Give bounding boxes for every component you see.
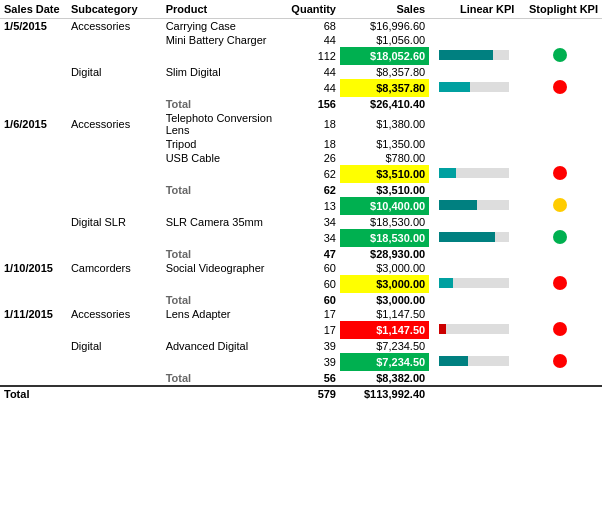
header-product: Product — [162, 0, 279, 19]
cell-linear-kpi — [429, 215, 518, 229]
cell-product: SLR Camera 35mm — [162, 215, 279, 229]
cell-product — [162, 229, 279, 247]
cell-product: Tripod — [162, 137, 279, 151]
cell-subcategory — [67, 371, 162, 386]
cell-date — [0, 371, 67, 386]
cell-linear-kpi — [429, 229, 518, 247]
kpi-bar — [439, 356, 468, 366]
cell-stoplight-kpi — [518, 151, 602, 165]
cell-quantity: 34 — [279, 215, 340, 229]
cell-date — [0, 215, 67, 229]
cell-subcategory — [67, 79, 162, 97]
cell-product — [162, 275, 279, 293]
cell-product — [162, 321, 279, 339]
header-subcategory: Subcategory — [67, 0, 162, 19]
cell-subcategory — [67, 47, 162, 65]
stoplight-circle — [553, 198, 567, 212]
cell-sales: $1,147.50 — [340, 321, 429, 339]
cell-product — [162, 353, 279, 371]
cell-stoplight-kpi — [518, 261, 602, 275]
cell-product — [162, 165, 279, 183]
cell-linear-kpi — [429, 247, 518, 261]
cell-product: Mini Battery Charger — [162, 33, 279, 47]
cell-date — [0, 65, 67, 79]
cell-stoplight-kpi — [518, 371, 602, 386]
grand-total-sales: $113,992.40 — [340, 386, 429, 401]
cell-date — [0, 47, 67, 65]
kpi-bar — [439, 50, 494, 60]
header-stoplight-kpi: Stoplight KPI — [518, 0, 602, 19]
cell-subcategory — [67, 247, 162, 261]
cell-sales: $1,056.00 — [340, 33, 429, 47]
cell-date — [0, 293, 67, 307]
grand-total-kpi — [429, 386, 518, 401]
cell-date — [0, 247, 67, 261]
cell-date — [0, 275, 67, 293]
stoplight-circle — [553, 354, 567, 368]
kpi-bar-container — [439, 356, 509, 366]
cell-product: Lens Adapter — [162, 307, 279, 321]
cell-subcategory — [67, 33, 162, 47]
kpi-bar-container — [439, 324, 509, 334]
stoplight-circle — [553, 230, 567, 244]
cell-quantity: 68 — [279, 19, 340, 34]
cell-date: 1/5/2015 — [0, 19, 67, 34]
grand-total-qty: 579 — [279, 386, 340, 401]
grand-total-empty-2 — [162, 386, 279, 401]
cell-subcategory: Digital SLR — [67, 215, 162, 229]
table-row: Total60$3,000.00 — [0, 293, 602, 307]
cell-subcategory — [67, 275, 162, 293]
cell-subcategory: Accessories — [67, 307, 162, 321]
cell-stoplight-kpi — [518, 19, 602, 34]
cell-subcategory — [67, 197, 162, 215]
cell-sales: $3,000.00 — [340, 293, 429, 307]
report-table-container: Sales Date Subcategory Product Quantity … — [0, 0, 602, 401]
cell-date: 1/11/2015 — [0, 307, 67, 321]
cell-product: Slim Digital — [162, 65, 279, 79]
grand-total-label: Total — [0, 386, 67, 401]
cell-quantity: 13 — [279, 197, 340, 215]
cell-quantity: 18 — [279, 137, 340, 151]
cell-subcategory — [67, 353, 162, 371]
cell-sales: $3,000.00 — [340, 261, 429, 275]
table-row: 60$3,000.00 — [0, 275, 602, 293]
cell-subcategory: Accessories — [67, 111, 162, 137]
cell-quantity: 44 — [279, 65, 340, 79]
table-row: 44$8,357.80 — [0, 79, 602, 97]
cell-sales: $1,380.00 — [340, 111, 429, 137]
table-row: Tripod18$1,350.00 — [0, 137, 602, 151]
cell-linear-kpi — [429, 275, 518, 293]
cell-product — [162, 197, 279, 215]
kpi-bar — [439, 278, 453, 288]
cell-stoplight-kpi — [518, 79, 602, 97]
table-row: DigitalAdvanced Digital39$7,234.50 — [0, 339, 602, 353]
table-row: Total156$26,410.40 — [0, 97, 602, 111]
cell-sales: $18,530.00 — [340, 215, 429, 229]
table-row: Total56$8,382.00 — [0, 371, 602, 386]
cell-date — [0, 97, 67, 111]
cell-subcategory — [67, 151, 162, 165]
cell-quantity: 44 — [279, 33, 340, 47]
table-row: 17$1,147.50 — [0, 321, 602, 339]
cell-date — [0, 321, 67, 339]
kpi-bar-container — [439, 232, 509, 242]
cell-quantity: 18 — [279, 111, 340, 137]
table-row: 1/6/2015AccessoriesTelephoto Conversion … — [0, 111, 602, 137]
cell-product — [162, 79, 279, 97]
cell-date: 1/6/2015 — [0, 111, 67, 137]
cell-date — [0, 229, 67, 247]
cell-sales: $16,996.60 — [340, 19, 429, 34]
table-row: DigitalSlim Digital44$8,357.80 — [0, 65, 602, 79]
cell-subcategory — [67, 165, 162, 183]
cell-date — [0, 165, 67, 183]
cell-product: Total — [162, 183, 279, 197]
cell-linear-kpi — [429, 65, 518, 79]
table-row: Digital SLRSLR Camera 35mm34$18,530.00 — [0, 215, 602, 229]
kpi-bar — [439, 324, 446, 334]
table-row: 39$7,234.50 — [0, 353, 602, 371]
kpi-bar-container — [439, 50, 509, 60]
stoplight-circle — [553, 276, 567, 290]
kpi-bar — [439, 168, 457, 178]
cell-product: Total — [162, 247, 279, 261]
cell-linear-kpi — [429, 47, 518, 65]
